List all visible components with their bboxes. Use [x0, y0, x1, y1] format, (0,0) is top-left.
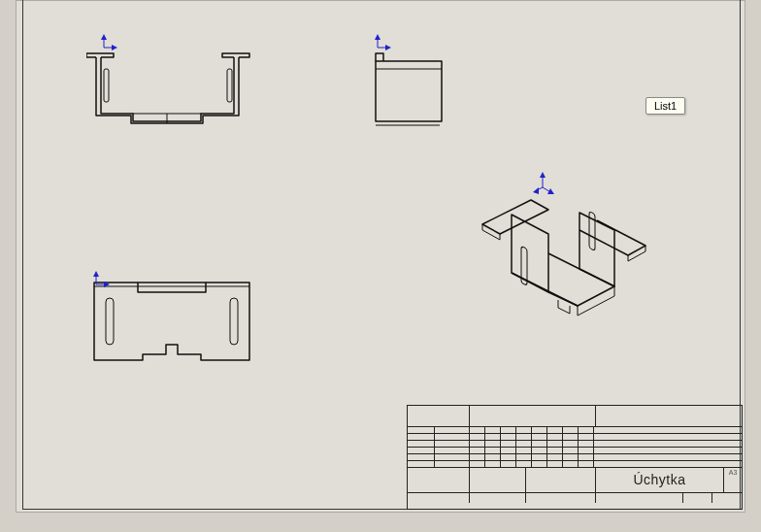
- view-isometric[interactable]: [473, 176, 667, 354]
- title-block: Úchytka A3: [407, 405, 743, 510]
- view-front[interactable]: [86, 40, 261, 141]
- view-side[interactable]: [364, 40, 461, 141]
- part-name: Úchytka: [596, 468, 724, 492]
- iso-drawing: [473, 176, 667, 350]
- view-flat[interactable]: [84, 273, 269, 383]
- sheet-tooltip: List1: [645, 97, 685, 115]
- svg-rect-14: [106, 298, 114, 345]
- svg-rect-1: [227, 69, 232, 102]
- tb-checked: [470, 406, 596, 426]
- front-drawing: [86, 40, 261, 137]
- svg-rect-0: [104, 69, 109, 102]
- sheet-size: A3: [724, 468, 742, 492]
- tooltip-label: List1: [654, 100, 677, 112]
- drawing-sheet: Úchytka A3: [16, 0, 745, 513]
- side-drawing: [364, 40, 461, 137]
- flat-drawing: [84, 273, 269, 380]
- tb-company: [596, 406, 742, 426]
- tb-designed: [408, 406, 470, 426]
- svg-rect-15: [230, 298, 238, 345]
